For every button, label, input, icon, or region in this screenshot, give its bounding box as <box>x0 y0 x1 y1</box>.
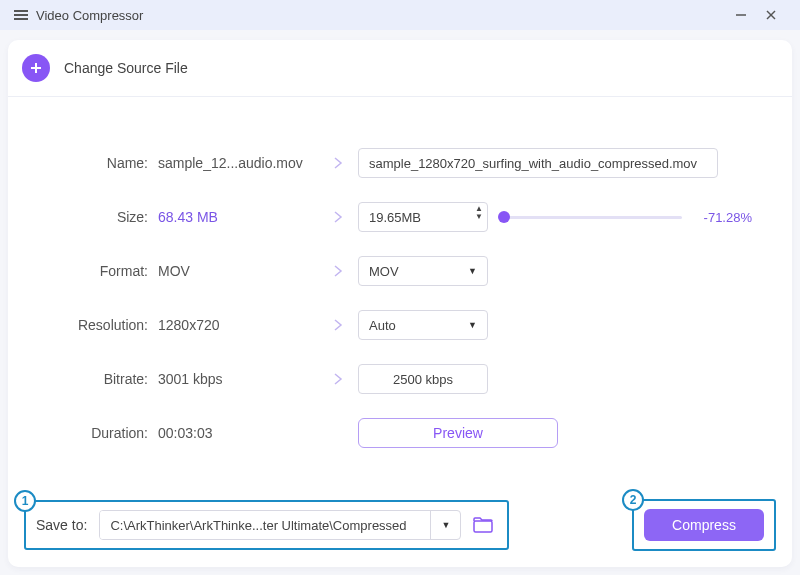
preview-button[interactable]: Preview <box>358 418 558 448</box>
label-resolution: Resolution: <box>48 317 158 333</box>
row-duration: Duration: 00:03:03 Preview <box>48 417 752 449</box>
titlebar: Video Compressor <box>0 0 800 30</box>
save-to-group: 1 Save to: ▼ <box>24 500 509 550</box>
close-button[interactable] <box>756 0 786 30</box>
size-slider[interactable] <box>504 216 682 219</box>
minimize-button[interactable] <box>726 0 756 30</box>
label-duration: Duration: <box>48 425 158 441</box>
window-title: Video Compressor <box>36 8 143 23</box>
format-select-value: MOV <box>369 264 399 279</box>
chevron-down-icon: ▼ <box>468 320 477 330</box>
label-bitrate: Bitrate: <box>48 371 158 387</box>
compress-group: 2 Compress <box>632 499 776 551</box>
video-compressor-window: Video Compressor Change Source File Name… <box>0 0 800 575</box>
label-format: Format: <box>48 263 158 279</box>
chevron-right-icon <box>318 155 358 171</box>
chevron-down-icon: ▼ <box>468 266 477 276</box>
app-icon <box>14 8 28 22</box>
chevron-right-icon <box>318 317 358 333</box>
target-size-value: 19.65MB <box>369 210 421 225</box>
callout-2: 2 <box>622 489 644 511</box>
label-size: Size: <box>48 209 158 225</box>
original-bitrate: 3001 kbps <box>158 371 318 387</box>
resolution-select-value: Auto <box>369 318 396 333</box>
label-name: Name: <box>48 155 158 171</box>
callout-1: 1 <box>14 490 36 512</box>
chevron-right-icon <box>318 371 358 387</box>
compress-button[interactable]: Compress <box>644 509 764 541</box>
bitrate-input[interactable] <box>358 364 488 394</box>
size-down-icon[interactable]: ▼ <box>475 217 483 225</box>
target-size-stepper[interactable]: 19.65MB ▲ ▼ <box>358 202 488 232</box>
save-path-field: ▼ <box>99 510 461 540</box>
chevron-right-icon <box>318 209 358 225</box>
row-size: Size: 68.43 MB 19.65MB ▲ ▼ <box>48 201 752 233</box>
save-path-input[interactable] <box>100 511 430 539</box>
save-path-dropdown[interactable]: ▼ <box>430 510 460 540</box>
open-folder-button[interactable] <box>469 511 497 539</box>
svg-rect-5 <box>474 521 492 532</box>
label-save-to: Save to: <box>36 517 87 533</box>
resolution-select[interactable]: Auto ▼ <box>358 310 488 340</box>
original-resolution: 1280x720 <box>158 317 318 333</box>
original-format: MOV <box>158 263 318 279</box>
add-source-button[interactable] <box>22 54 50 82</box>
size-slider-wrap: -71.28% <box>504 210 752 225</box>
change-source-label[interactable]: Change Source File <box>64 60 188 76</box>
row-resolution: Resolution: 1280x720 Auto ▼ <box>48 309 752 341</box>
bottom-bar: 1 Save to: ▼ 2 Compress <box>8 489 792 567</box>
output-name-input[interactable] <box>358 148 718 178</box>
size-reduction-pct: -71.28% <box>692 210 752 225</box>
form-area: Name: sample_12...audio.mov Size: 68.43 … <box>8 97 792 489</box>
main-card: Change Source File Name: sample_12...aud… <box>8 40 792 567</box>
row-name: Name: sample_12...audio.mov <box>48 147 752 179</box>
original-name: sample_12...audio.mov <box>158 155 318 171</box>
duration-value: 00:03:03 <box>158 425 318 441</box>
row-format: Format: MOV MOV ▼ <box>48 255 752 287</box>
source-file-row: Change Source File <box>8 40 792 97</box>
row-bitrate: Bitrate: 3001 kbps <box>48 363 752 395</box>
size-slider-thumb[interactable] <box>498 211 510 223</box>
chevron-right-icon <box>318 263 358 279</box>
original-size: 68.43 MB <box>158 209 318 225</box>
format-select[interactable]: MOV ▼ <box>358 256 488 286</box>
